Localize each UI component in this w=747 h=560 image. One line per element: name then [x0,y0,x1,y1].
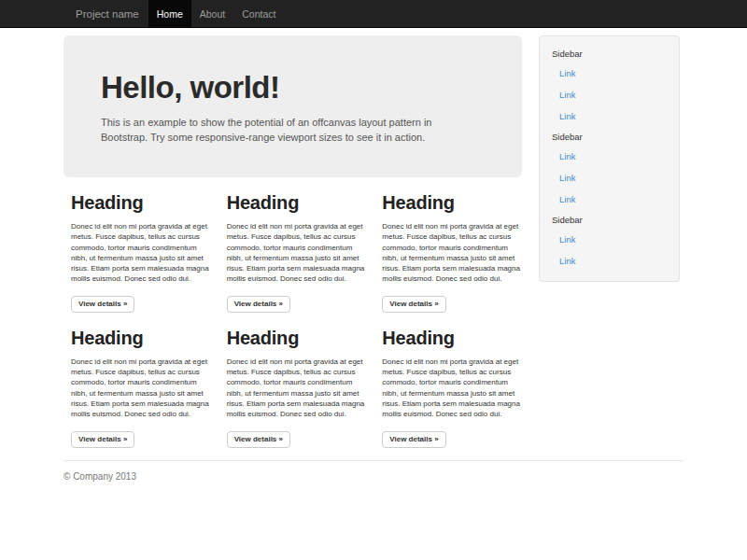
sidebar-link[interactable]: Link [540,229,679,250]
view-details-button[interactable]: View details » [71,431,134,448]
card-heading: Heading [71,192,212,213]
content-row: Hello, world! This is an example to show… [63,28,684,448]
sidebar-link[interactable]: Link [540,105,679,127]
copyright-text: © Company 2013 [63,471,684,482]
card: Heading Donec id elit non mi porta gravi… [374,177,530,313]
card-heading: Heading [382,192,523,213]
navbar-inner: Project name HomeAboutContact [63,0,684,28]
view-details-button[interactable]: View details » [382,431,445,448]
sidebar-group-label: Sidebar [540,127,679,146]
sidebar-panel: SidebarLinkLinkLinkSidebarLinkLinkLinkSi… [539,35,680,282]
sidebar-link[interactable]: Link [540,189,679,210]
footer: © Company 2013 [63,460,684,510]
cards-grid: Heading Donec id elit non mi porta gravi… [63,177,530,448]
sidebar-group-label: Sidebar [540,210,679,229]
card: Heading Donec id elit non mi porta gravi… [63,177,219,313]
top-navbar: Project name HomeAboutContact [0,0,747,28]
sidebar-link[interactable]: Link [540,167,679,189]
card-heading: Heading [71,328,212,348]
card: Heading Donec id elit non mi porta gravi… [219,313,375,448]
navbar-brand[interactable]: Project name [63,0,139,28]
sidebar-link[interactable]: Link [540,250,679,272]
jumbotron: Hello, world! This is an example to show… [63,35,522,177]
nav-item-home[interactable]: Home [148,0,191,28]
view-details-button[interactable]: View details » [227,431,290,448]
page-container: Hello, world! This is an example to show… [63,28,684,510]
card-body-text: Donec id elit non mi porta gravida at eg… [382,357,523,420]
card-body-text: Donec id elit non mi porta gravida at eg… [227,357,368,420]
jumbotron-description: This is an example to show the potential… [101,115,474,145]
sidebar-group-label: Sidebar [540,44,679,63]
view-details-button[interactable]: View details » [227,296,290,313]
card-body-text: Donec id elit non mi porta gravida at eg… [227,221,368,285]
nav-item-about[interactable]: About [191,0,233,28]
card-body-text: Donec id elit non mi porta gravida at eg… [71,357,212,420]
main-column: Hello, world! This is an example to show… [63,28,530,448]
nav-item-contact[interactable]: Contact [233,0,284,28]
card: Heading Donec id elit non mi porta gravi… [374,313,530,448]
card-heading: Heading [227,192,368,213]
card-heading: Heading [382,328,523,348]
card-heading: Heading [227,328,368,348]
sidebar-link[interactable]: Link [540,84,679,105]
view-details-button[interactable]: View details » [382,296,445,313]
card-body-text: Donec id elit non mi porta gravida at eg… [382,221,523,285]
sidebar-link[interactable]: Link [540,146,679,167]
navbar-menu: HomeAboutContact [148,0,285,28]
view-details-button[interactable]: View details » [71,296,134,313]
sidebar-column: SidebarLinkLinkLinkSidebarLinkLinkLinkSi… [530,28,684,448]
jumbotron-title: Hello, world! [101,72,485,105]
sidebar-link[interactable]: Link [540,63,679,84]
card: Heading Donec id elit non mi porta gravi… [63,313,219,448]
card: Heading Donec id elit non mi porta gravi… [219,177,375,313]
card-body-text: Donec id elit non mi porta gravida at eg… [71,221,212,285]
